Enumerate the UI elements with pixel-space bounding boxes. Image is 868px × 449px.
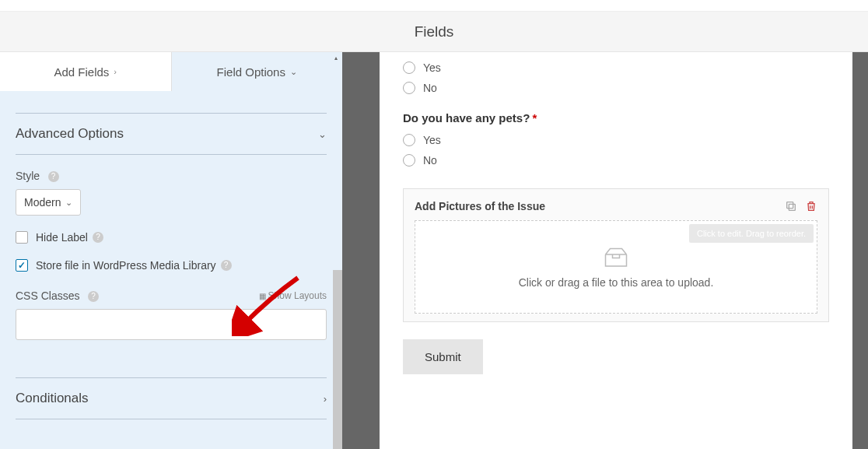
- help-icon[interactable]: ?: [93, 232, 103, 243]
- page-title: Fields: [415, 23, 454, 40]
- svg-rect-2: [787, 202, 793, 209]
- store-file-checkbox[interactable]: ✓: [16, 259, 28, 272]
- page-header: Fields: [0, 12, 868, 52]
- submit-button[interactable]: Submit: [403, 339, 483, 374]
- style-value: Modern: [24, 196, 61, 209]
- form-preview-area: Yes No Do you have any pets?* Yes No Add…: [342, 52, 868, 449]
- required-star-icon: *: [532, 111, 537, 125]
- radio-label: Yes: [423, 134, 441, 146]
- show-layouts-link[interactable]: ▦Show Layouts: [259, 290, 327, 301]
- css-classes-label: CSS Classes: [16, 289, 79, 302]
- radio-icon: [403, 61, 415, 74]
- advanced-options-section[interactable]: Advanced Options ⌄: [16, 113, 327, 155]
- radio-label: No: [423, 154, 437, 167]
- radio-option[interactable]: No: [403, 82, 829, 94]
- conditionals-section[interactable]: Conditionals ›: [16, 377, 327, 419]
- hide-label-checkbox[interactable]: [16, 231, 28, 244]
- help-icon[interactable]: ?: [48, 171, 59, 182]
- tab-label: Add Fields: [54, 65, 109, 79]
- radio-icon: [403, 134, 415, 146]
- check-icon: ✓: [18, 260, 26, 271]
- tab-add-fields[interactable]: Add Fields ›: [0, 52, 172, 91]
- upload-field-title: Add Pictures of the Issue: [415, 200, 545, 212]
- radio-option[interactable]: No: [403, 154, 829, 167]
- edit-hint-tooltip: Click to edit. Drag to reorder.: [689, 224, 814, 243]
- sidebar-scrollbar[interactable]: [333, 270, 342, 449]
- style-label: Style: [16, 170, 40, 182]
- chevron-right-icon: ›: [114, 67, 117, 76]
- css-classes-input[interactable]: [16, 309, 327, 340]
- style-select[interactable]: Modern ⌄: [16, 189, 81, 216]
- pets-question: Do you have any pets?*: [403, 111, 829, 125]
- section-title: Conditionals: [16, 391, 89, 406]
- radio-option[interactable]: Yes: [403, 134, 829, 146]
- upload-field[interactable]: Add Pictures of the Issue Click to edit.…: [403, 188, 829, 322]
- delete-icon[interactable]: [805, 200, 817, 212]
- radio-label: Yes: [423, 61, 441, 74]
- radio-icon: [403, 82, 415, 94]
- scroll-up-icon[interactable]: ▴: [331, 54, 341, 63]
- chevron-down-icon: ⌄: [290, 67, 297, 77]
- field-options-sidebar: Add Fields › Field Options ⌄ ▴ Advanced …: [0, 52, 342, 449]
- section-title: Advanced Options: [16, 126, 124, 142]
- tab-field-options[interactable]: Field Options ⌄: [172, 52, 343, 91]
- store-file-text: Store file in WordPress Media Library: [36, 259, 216, 272]
- chevron-right-icon: ›: [324, 393, 327, 405]
- radio-label: No: [423, 82, 437, 94]
- radio-icon: [403, 154, 415, 167]
- upload-box-icon: [601, 245, 631, 268]
- tab-label: Field Options: [217, 65, 285, 79]
- upload-instruction: Click or drag a file to this area to upl…: [519, 276, 714, 289]
- radio-option[interactable]: Yes: [403, 61, 829, 74]
- duplicate-icon[interactable]: [785, 200, 797, 212]
- hide-label-text: Hide Label: [36, 231, 88, 244]
- chevron-down-icon: ⌄: [318, 128, 327, 140]
- upload-dropzone[interactable]: Click to edit. Drag to reorder. Click or…: [415, 220, 817, 314]
- grid-icon: ▦: [259, 292, 266, 300]
- svg-rect-1: [789, 204, 795, 210]
- help-icon[interactable]: ?: [88, 291, 99, 302]
- chevron-down-icon: ⌄: [65, 198, 72, 208]
- help-icon[interactable]: ?: [221, 260, 232, 271]
